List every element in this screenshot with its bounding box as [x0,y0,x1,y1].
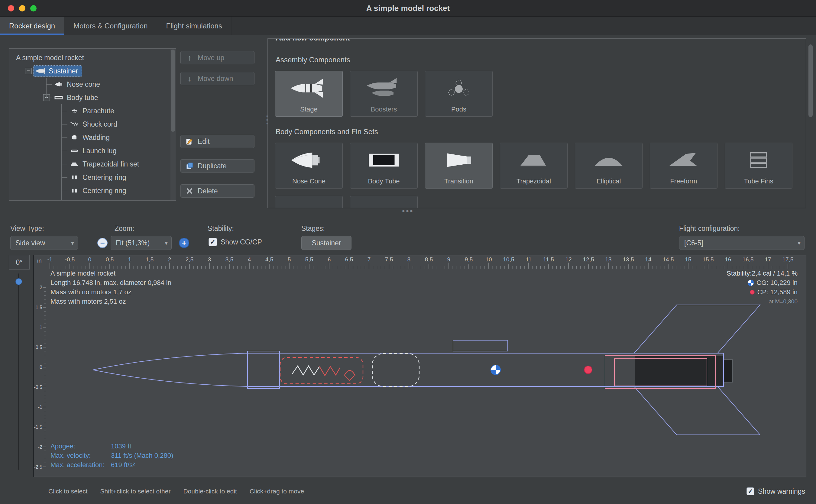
svg-text:15,5: 15,5 [703,256,714,263]
collapse-toggle[interactable]: − [25,68,32,74]
add-stage-button[interactable]: Stage [275,71,343,117]
cp-icon [750,289,755,295]
zoom-label: Zoom: [115,225,134,233]
add-boosters-button[interactable]: Boosters [350,71,418,117]
add-transition-button[interactable]: Transition [425,143,493,189]
panel-resize-handle-icon[interactable]: ••• [0,206,816,216]
add-freeform-button[interactable]: Freeform [650,143,717,189]
rocket-canvas[interactable]: -1-0,500,511,522,533,544,555,566,577,588… [33,255,806,477]
svg-text:14,5: 14,5 [663,256,674,263]
tree-item-wadding[interactable]: Wadding [9,131,176,144]
tree-item-label: Wadding [83,134,110,142]
freeform-lg-icon [664,143,703,177]
nose-cone-shape[interactable] [93,353,248,386]
duplicate-button[interactable]: Duplicate [180,159,254,173]
titlebar: A simple model rocket [0,0,816,17]
tree-item-launch-lug[interactable]: Launch lug [9,144,176,157]
tree-item-parachute[interactable]: Parachute [9,104,176,118]
shock-cord-icon [69,121,80,127]
vertical-ruler: -2,5-2-1,5-1-0,500,511,52 [34,285,46,470]
shock-cord-red-shape[interactable] [319,367,340,376]
component-label: Body Tube [368,177,400,185]
pods-icon [439,71,478,105]
tab-motors-configuration[interactable]: Motors & Configuration [64,17,157,35]
parachute-icon [69,108,80,114]
svg-text:11,5: 11,5 [543,256,554,263]
zoom-select[interactable]: Fit (51,3%) ▾ [111,236,172,250]
view-type-label: View Type: [10,225,44,233]
tree-item-nose-cone[interactable]: Nose cone [9,78,176,91]
svg-text:3: 3 [208,256,211,263]
wadding-icon [69,134,80,141]
launch-lug-shape[interactable] [453,340,508,351]
show-warnings-label: Show warnings [758,487,805,496]
wadding-shape[interactable] [372,354,419,386]
svg-text:9,5: 9,5 [465,256,473,263]
move-down-button[interactable]: ↓Move down [180,72,254,85]
rocket-info-line: Mass with motors 2,51 oz [50,297,171,306]
collapse-toggle[interactable]: − [43,94,50,101]
svg-text:15: 15 [685,256,691,263]
move-up-button[interactable]: ↑Move up [180,51,254,64]
svg-text:-1,5: -1,5 [34,425,42,430]
add-tube-fins-button[interactable]: Tube Fins [725,143,792,189]
lower-fin-shape[interactable] [634,386,760,435]
stage-toggle-sustainer[interactable]: Sustainer [301,236,351,250]
tree-item-shock-cord[interactable]: Shock cord [9,118,176,131]
svg-text:-1: -1 [38,405,42,410]
scrollbar-thumb[interactable] [171,50,175,132]
parachute-canopy-shape[interactable] [344,370,355,376]
add-panel-scrollbar[interactable] [808,38,813,208]
statusbar: Click to selectShift+click to select oth… [0,482,816,500]
rotation-slider[interactable] [18,273,19,470]
show-warnings-checkbox[interactable] [746,487,754,495]
view-type-select[interactable]: Side view ▾ [10,236,78,250]
tube-fins-lg-icon [739,143,778,177]
add-body-tube-button[interactable]: Body Tube [350,143,418,189]
add-pods-button[interactable]: Pods [425,71,493,117]
cp-value: CP: 12,589 in [757,287,798,297]
shock-cord-shape[interactable] [292,366,319,375]
zoom-in-button[interactable] [179,238,189,248]
component-label: Tube Fins [744,177,773,185]
tree-item-centering-ring[interactable]: Centering ring [9,171,176,184]
flight-configuration-select[interactable]: [C6-5] ▾ [679,236,805,250]
tab-flight-simulations[interactable]: Flight simulations [157,17,232,35]
component-label: Transition [444,177,473,185]
edit-button[interactable]: Edit [180,135,254,148]
tab-rocket-design[interactable]: Rocket design [0,17,64,35]
add-nose-cone-button[interactable]: Nose Cone [275,143,343,189]
add-trapezoidal-button[interactable]: Trapezoidal [500,143,568,189]
rotation-slider-thumb[interactable] [15,278,22,285]
tree-scrollbar[interactable] [170,49,175,201]
tree-item-sustainer[interactable]: −Sustainer [9,64,176,78]
tree-item-body-tube[interactable]: −Body tube [9,91,176,104]
tree-item-centering-ring[interactable]: Centering ring [9,184,176,197]
cg-cp-markers [491,365,592,375]
svg-text:0,5: 0,5 [36,345,42,350]
svg-text:10: 10 [485,256,492,263]
tree-item-trapezoidal-fin-set[interactable]: Trapezoidal fin set [9,157,176,171]
stage-icon [289,71,329,105]
tree-root[interactable]: A simple model rocket [9,51,176,64]
show-cg-cp-checkbox[interactable] [209,238,217,246]
stages-label: Stages: [301,225,325,233]
horizontal-ruler: -1-0,500,511,522,533,544,555,566,577,588… [47,256,794,269]
delete-button[interactable]: Delete [180,184,254,198]
chevron-down-icon: ▾ [165,239,168,247]
tree-item-inner-tube[interactable]: Inner Tube [9,197,176,200]
add-elliptical-button[interactable]: Elliptical [575,143,643,189]
svg-text:17,5: 17,5 [782,256,794,263]
nose-shoulder-shape[interactable] [248,351,280,389]
tree-item-label: Trapezoidal fin set [83,160,139,168]
upper-fin-shape[interactable] [634,305,760,353]
svg-text:2,5: 2,5 [186,256,193,263]
svg-text:1,5: 1,5 [36,305,42,310]
svg-text:4,5: 4,5 [265,256,273,263]
scrollbar-thumb[interactable] [808,44,813,117]
tree-item-label: Parachute [83,107,114,115]
component-label: Nose Cone [292,177,325,185]
centering-ring-icon [69,188,80,194]
parachute-lines-shape[interactable] [345,376,355,380]
zoom-out-button[interactable] [97,238,108,248]
